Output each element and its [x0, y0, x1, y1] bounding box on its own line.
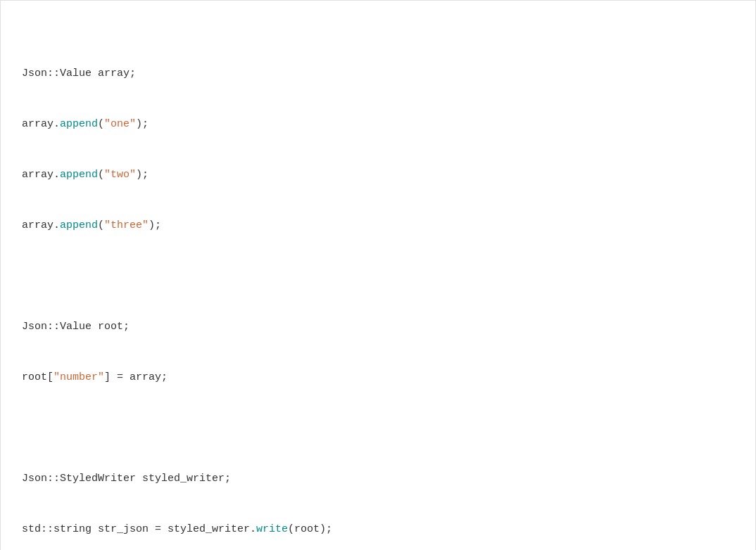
code-line-1: Json::Value array;: [22, 65, 734, 82]
code-line-5: [22, 268, 734, 285]
code-block: Json::Value array; array.append("one"); …: [22, 15, 734, 550]
code-line-3: array.append("two");: [22, 167, 734, 184]
code-line-10: std::string str_json = styled_writer.wri…: [22, 521, 734, 538]
code-line-4: array.append("three");: [22, 217, 734, 234]
code-line-7: root["number"] = array;: [22, 369, 734, 386]
code-line-8: [22, 420, 734, 437]
code-line-9: Json::StyledWriter styled_writer;: [22, 471, 734, 487]
code-line-6: Json::Value root;: [22, 319, 734, 335]
code-container: Json::Value array; array.append("one"); …: [0, 0, 756, 550]
code-line-2: array.append("one");: [22, 116, 734, 133]
